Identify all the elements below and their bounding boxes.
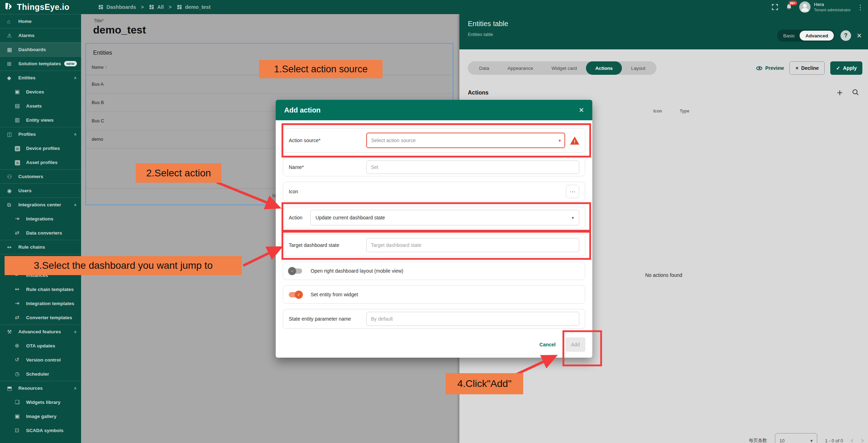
annotation-step-4: 4.Click"Add" bbox=[446, 373, 523, 394]
entities-icon: ◆ bbox=[7, 75, 16, 81]
action-source-select[interactable] bbox=[366, 133, 565, 148]
widget-column-header[interactable]: Name ↑ bbox=[92, 65, 107, 70]
add-action-icon[interactable]: + bbox=[837, 88, 843, 98]
state-param-field[interactable] bbox=[366, 312, 579, 326]
home-icon: ⌂ bbox=[7, 18, 16, 24]
sidebar-item-dashboards[interactable]: ▦Dashboards bbox=[0, 42, 81, 56]
logo[interactable]: ThingsEye.io bbox=[0, 1, 81, 13]
tab-layout[interactable]: Layout bbox=[622, 61, 655, 75]
sidebar-item-solution-templates[interactable]: ⊞Solution templatesNEW bbox=[0, 56, 81, 71]
dashboard-title-value[interactable]: demo_test bbox=[93, 24, 146, 36]
sidebar-item-asset-profiles[interactable]: AAsset profiles bbox=[0, 155, 81, 169]
sort-asc-icon: ↑ bbox=[105, 65, 107, 70]
name-label: Name* bbox=[289, 164, 366, 170]
sidebar-item-users[interactable]: ◉Users bbox=[0, 183, 81, 198]
integrations-center-icon: ⧉ bbox=[7, 202, 16, 208]
tab-actions[interactable]: Actions bbox=[586, 61, 622, 75]
add-action-dialog: Add action × Action source* ▾ Name* Icon… bbox=[276, 100, 592, 358]
sidebar-item-data-converters[interactable]: ⇄Data converters bbox=[0, 226, 81, 240]
check-icon: ✓ bbox=[836, 65, 840, 71]
breadcrumb: Dashboards>All>demo_test bbox=[98, 4, 210, 10]
sidebar-item-entity-views[interactable]: ▥Entity views bbox=[0, 113, 81, 127]
user-menu[interactable]: Hera Tenant administrator bbox=[799, 1, 851, 13]
sidebar-item-integrations-center[interactable]: ⧉Integrations center∧ bbox=[0, 198, 81, 212]
sidebar-item-label: OTA updates bbox=[26, 343, 55, 348]
panel-close-icon[interactable]: × bbox=[857, 31, 862, 41]
column-header-type[interactable]: Type bbox=[680, 109, 689, 114]
mobile-layout-toggle[interactable]: − bbox=[289, 268, 302, 274]
kebab-menu-icon[interactable]: ⋮ bbox=[857, 3, 864, 11]
annotation-step-1: 1.Select action source bbox=[259, 60, 383, 78]
page-size-select[interactable]: 10 ▾ bbox=[775, 433, 817, 443]
sidebar-item-integration-templates[interactable]: ⇥Integration templates bbox=[0, 296, 81, 310]
tab-widget-card[interactable]: Widget card bbox=[542, 61, 586, 75]
panel-header-controls: Basic Advanced ? × bbox=[777, 30, 862, 42]
sidebar-item-label: Converter templates bbox=[26, 315, 72, 320]
sidebar-item-device-profiles[interactable]: DDevice profiles bbox=[0, 141, 81, 155]
page-prev-icon[interactable]: ‹ bbox=[851, 436, 853, 443]
sidebar-item-label: Home bbox=[18, 19, 32, 24]
preview-button[interactable]: Preview bbox=[756, 65, 784, 71]
sidebar-item-converter-templates[interactable]: ⇄Converter templates bbox=[0, 310, 81, 324]
add-button[interactable]: Add bbox=[566, 338, 585, 352]
breadcrumb-item-demo-test[interactable]: demo_test bbox=[177, 4, 211, 10]
toggle-knob-minus-icon: − bbox=[288, 267, 296, 275]
sidebar-item-label: Device profiles bbox=[26, 146, 60, 151]
sidebar-item-customers[interactable]: ⚇Customers bbox=[0, 169, 81, 183]
sidebar-item-resources[interactable]: ⬒Resources∧ bbox=[0, 381, 81, 395]
sidebar-item-widgets-library[interactable]: ❏Widgets library bbox=[0, 395, 81, 409]
search-icon[interactable] bbox=[852, 89, 860, 97]
sidebar-item-advanced-features[interactable]: ⚒Advanced features∧ bbox=[0, 324, 81, 339]
sidebar: ⌂Home⚠Alarms▦Dashboards⊞Solution templat… bbox=[0, 14, 81, 443]
sidebar-item-scada-symbols[interactable]: ⊡SCADA symbols bbox=[0, 423, 81, 437]
user-name: Hera bbox=[814, 2, 851, 7]
set-entity-toggle[interactable]: ✓ bbox=[289, 292, 302, 297]
basic-advanced-toggle[interactable]: Basic Advanced bbox=[777, 30, 835, 42]
sidebar-item-label: Entity views bbox=[26, 117, 54, 123]
sidebar-item-assets[interactable]: ▤Assets bbox=[0, 99, 81, 113]
breadcrumb-item-dashboards[interactable]: Dashboards bbox=[98, 4, 136, 10]
notification-count-badge: 99+ bbox=[789, 1, 797, 5]
cancel-button[interactable]: Cancel bbox=[539, 342, 556, 347]
target-state-label: Target dashboard state bbox=[289, 242, 366, 248]
breadcrumb-item-all[interactable]: All bbox=[149, 4, 164, 10]
mode-option-advanced[interactable]: Advanced bbox=[800, 31, 834, 41]
sidebar-item-entities[interactable]: ◆Entities∧ bbox=[0, 71, 81, 85]
sidebar-item-rule-chains[interactable]: ↭Rule chains bbox=[0, 240, 81, 254]
sidebar-item-rule-chain-templates[interactable]: ↭Rule chain templates bbox=[0, 282, 81, 296]
profiles-icon: ◫ bbox=[7, 131, 16, 138]
sidebar-item-integrations[interactable]: ⇥Integrations bbox=[0, 212, 81, 226]
sidebar-item-devices[interactable]: ▣Devices bbox=[0, 85, 81, 99]
page-next-icon[interactable]: › bbox=[861, 436, 864, 443]
fullscreen-icon[interactable] bbox=[771, 3, 779, 11]
sidebar-item-label: Devices bbox=[26, 89, 44, 95]
target-state-field[interactable] bbox=[366, 238, 579, 252]
icon-picker-more-icon[interactable]: ⋯ bbox=[566, 185, 579, 198]
column-header-icon[interactable]: Icon bbox=[653, 109, 662, 114]
app-root: ThingsEye.io Dashboards>All>demo_test 99… bbox=[0, 0, 868, 443]
sidebar-item-version-control[interactable]: ↺Version control bbox=[0, 353, 81, 367]
tab-appearance[interactable]: Appearance bbox=[499, 61, 543, 75]
mode-option-basic[interactable]: Basic bbox=[778, 33, 800, 38]
state-param-label: State entity parameter name bbox=[289, 316, 366, 322]
help-icon[interactable]: ? bbox=[841, 30, 851, 41]
chevron-up-icon: ∧ bbox=[74, 386, 77, 390]
sidebar-item-label: Integrations bbox=[26, 216, 53, 222]
tab-data[interactable]: Data bbox=[470, 61, 499, 75]
sidebar-item-alarms[interactable]: ⚠Alarms bbox=[0, 28, 81, 42]
decline-button[interactable]: × Decline bbox=[789, 61, 825, 75]
dialog-close-icon[interactable]: × bbox=[579, 105, 584, 115]
sidebar-item-scheduler[interactable]: ◷Scheduler bbox=[0, 367, 81, 381]
set-entity-toggle-label: Set entity from widget bbox=[311, 292, 358, 297]
solution-templates-icon: ⊞ bbox=[7, 61, 16, 67]
name-field[interactable] bbox=[366, 160, 579, 174]
asset-profile-icon: A bbox=[15, 159, 23, 165]
action-select[interactable]: Update current dashboard state ▾ bbox=[310, 210, 579, 225]
apply-button[interactable]: ✓ Apply bbox=[830, 61, 862, 75]
notifications-bell-icon[interactable]: 99+ bbox=[785, 3, 793, 11]
sidebar-item-profiles[interactable]: ◫Profiles∧ bbox=[0, 127, 81, 141]
sidebar-item-home[interactable]: ⌂Home bbox=[0, 14, 81, 28]
items-per-page-label: 每页条数 bbox=[749, 437, 767, 443]
sidebar-item-ota-updates[interactable]: ⊕OTA updates bbox=[0, 339, 81, 353]
sidebar-item-image-gallery[interactable]: ▣Image gallery bbox=[0, 409, 81, 423]
